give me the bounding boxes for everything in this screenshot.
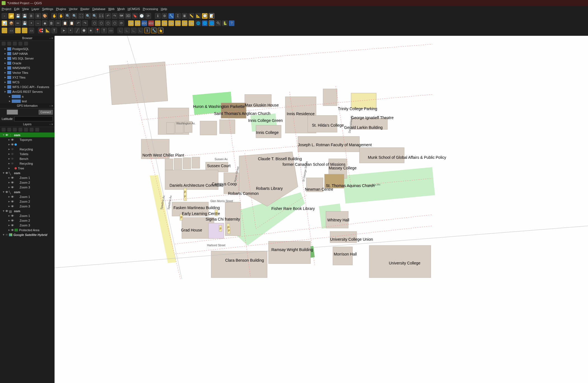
label-toolbar-4[interactable]: abc [148, 20, 154, 26]
menu-database[interactable]: Database [92, 7, 105, 11]
action-button[interactable]: 🔧 [151, 28, 157, 33]
browser-item[interactable]: ▸PostgreSQL [0, 46, 55, 51]
advanced-digitizing-button[interactable]: 📐 [45, 28, 50, 33]
expand-all-icon[interactable] [24, 128, 28, 132]
layers-tree[interactable]: ▾👁⋮osm▸👁Toponym▸👁▸👁Recycling▸👁Toilets▸👁B… [0, 133, 55, 237]
browser-item[interactable]: ▸WCS [0, 80, 55, 84]
zoom-out-button[interactable]: 🔍 [72, 13, 77, 19]
browser-item[interactable]: ▸Vector Tiles [0, 70, 55, 75]
gps-panel-header[interactable]: GPS Information ▫ ✕ [0, 103, 55, 108]
map-canvas[interactable]: Huron & Washington ParketteSaint Thomas'… [55, 36, 588, 383]
menu-project[interactable]: Project [2, 7, 11, 11]
refresh-icon[interactable] [7, 42, 11, 46]
visibility-toggle-icon[interactable]: 👁 [10, 176, 15, 179]
add-point-button[interactable]: • [68, 28, 73, 33]
layout-manager-button[interactable]: 🗎 [35, 13, 41, 19]
annotation-button[interactable]: 📝 [209, 13, 214, 19]
merge-button[interactable]: ⬡ [112, 20, 117, 26]
layer-row[interactable]: ▾👁╲osm [0, 171, 55, 175]
visibility-toggle-icon[interactable]: 👁 [10, 138, 15, 141]
zoom-last-button[interactable]: ↶ [105, 13, 111, 19]
node-tool-button[interactable]: ◆ [42, 20, 48, 26]
browser-panel-header[interactable]: Browser ▫ ✕ [0, 36, 55, 41]
layer-row[interactable]: ▸👁Bench [0, 156, 55, 161]
visibility-toggle-icon[interactable]: 👁 [10, 200, 15, 203]
browser-item[interactable]: ▸a [0, 94, 55, 99]
label-toolbar-7[interactable]: abc [168, 20, 174, 26]
layer-row[interactable]: ▸👁 [0, 142, 55, 147]
collapse-all-icon[interactable] [30, 128, 34, 132]
menu-web[interactable]: Web [108, 7, 114, 11]
cursor-button[interactable]: ➤ [61, 28, 67, 33]
label-toolbar-3[interactable]: abc [142, 20, 147, 26]
rotate-button[interactable]: ⟳ [119, 20, 124, 26]
layer-row[interactable]: ▸👁Zoom 2 [0, 180, 55, 185]
redo-button[interactable]: ↷ [82, 20, 88, 26]
stats-button[interactable]: Σ [175, 13, 181, 19]
label-toolbar-5[interactable]: abc [155, 20, 161, 26]
save-edits-button[interactable]: 💾 [22, 20, 27, 26]
style-manager-button[interactable]: 🎨 [42, 13, 48, 19]
label-toolbar-2[interactable]: abc [135, 20, 140, 26]
close-icon[interactable]: ▫ ✕ [50, 105, 53, 107]
add-text-button[interactable]: T [101, 28, 107, 33]
plugin-button[interactable]: 🔌 [215, 20, 221, 26]
visibility-toggle-icon[interactable]: 👁 [10, 152, 15, 156]
menu-hcmgis[interactable]: HCMGIS [128, 7, 140, 11]
quickosm-button[interactable]: 🌐 [209, 20, 214, 26]
browser-item[interactable]: ▸XYZ Tiles [0, 75, 55, 80]
layer-row[interactable]: ▾👁⋮osm [0, 133, 55, 137]
invert-selection-button[interactable]: ▭ [29, 28, 34, 33]
cut-features-button[interactable]: ✂ [55, 20, 61, 26]
map-tips-button[interactable]: 💬 [202, 13, 208, 19]
gps-connect-button[interactable]: Connect [39, 110, 53, 115]
visibility-toggle-icon[interactable]: 👁 [10, 181, 15, 184]
visibility-toggle-icon[interactable]: 👁 [4, 190, 9, 194]
visibility-toggle-icon[interactable]: 👁 [4, 209, 9, 213]
delete-selected-button[interactable]: 🗑 [49, 20, 54, 26]
processing-toolbox-button[interactable]: ⚙ [162, 13, 167, 19]
visibility-toggle-icon[interactable]: 👁 [10, 214, 15, 217]
layer-row[interactable]: ▸👁Toilets [0, 152, 55, 156]
menu-layer[interactable]: Layer [32, 7, 39, 11]
zoom-next-button[interactable]: ↷ [112, 13, 117, 19]
layer-style-icon[interactable] [2, 128, 6, 132]
add-layer-icon[interactable] [2, 42, 6, 46]
field-calc-button[interactable]: 🖩 [182, 13, 187, 19]
python-console-button[interactable]: 🐍 [222, 20, 228, 26]
copy-features-button[interactable]: 📋 [62, 20, 68, 26]
layer-row[interactable]: ▸👁Recycling [0, 147, 55, 152]
layer-row[interactable]: ▸👁Zoom 3 [0, 185, 55, 190]
cad-1-button[interactable]: ∟ [117, 28, 123, 33]
layer-row[interactable]: ▸👁Zoom 3 [0, 223, 55, 228]
layer-row[interactable]: ▾👁Google Satellite Hybrid [0, 232, 55, 237]
move-feature-button[interactable]: ↔ [35, 20, 41, 26]
browser-item[interactable]: ▸WFS / OGC API - Features [0, 84, 55, 89]
menu-mesh[interactable]: Mesh [117, 7, 125, 11]
visibility-toggle-icon[interactable]: 👁 [10, 157, 15, 160]
zoom-selection-button[interactable]: 🔍 [85, 13, 91, 19]
layer-row[interactable]: ▸👁Zoom 3 [0, 204, 55, 209]
label-toolbar-8[interactable]: abc [175, 20, 181, 26]
layers-panel-header[interactable]: Layers ▫ ✕ [0, 122, 55, 127]
snapping-button[interactable]: 🧲 [38, 28, 44, 33]
visibility-toggle-icon[interactable]: 👁 [10, 219, 15, 222]
browser-item[interactable]: ▸Oracle [0, 61, 55, 65]
split-button[interactable]: ⬡ [105, 20, 111, 26]
add-line-button[interactable]: ╱ [74, 28, 80, 33]
identify-features-button[interactable]: ℹ [144, 28, 150, 33]
select-features-button[interactable]: ▭ [2, 28, 7, 33]
new-layout-button[interactable]: 🗎 [29, 13, 34, 19]
new-bookmark-button[interactable]: 🔖 [132, 13, 138, 19]
menu-processing[interactable]: Processing [143, 7, 158, 11]
collapse-icon[interactable] [18, 42, 22, 46]
measure-button[interactable]: 📏 [189, 13, 194, 19]
select-by-value-button[interactable]: ▭ [8, 28, 14, 33]
measure-area-button[interactable]: 📐 [195, 13, 201, 19]
layer-row[interactable]: ▸👁Toponym [0, 137, 55, 142]
add-polygon-button[interactable]: ⬟ [81, 28, 87, 33]
properties-icon[interactable] [24, 42, 28, 46]
osm-download-button[interactable]: 🌐 [195, 20, 201, 26]
layer-row[interactable]: ▸👁Zoom 2 [0, 218, 55, 223]
add-feature-button[interactable]: • [29, 20, 34, 26]
